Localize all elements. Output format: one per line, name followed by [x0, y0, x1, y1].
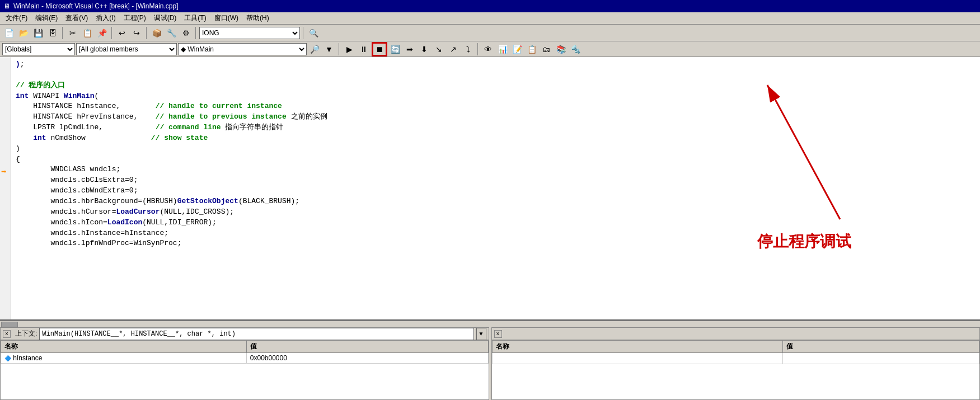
horizontal-scrollbar[interactable]	[0, 321, 980, 327]
context-dropdown[interactable]: ▼	[476, 328, 486, 340]
menu-project[interactable]: 工程(P)	[120, 12, 149, 24]
tb-btn-5[interactable]: 📦	[150, 26, 163, 40]
table-row: 🔷 hInstance 0x00b00000	[1, 353, 489, 364]
watch-button[interactable]: 📊	[496, 43, 509, 56]
callstack-button[interactable]: 📚	[554, 43, 568, 56]
watch-name-cell[interactable]	[492, 353, 782, 364]
main-area: ➡ ); // 程序的入口 int WINAPI WinMain( HINSTA…	[0, 57, 980, 400]
save-all-button[interactable]: 🗄	[46, 26, 59, 40]
menu-edit[interactable]: 编辑(E)	[32, 12, 61, 24]
right-panel: × 名称 值	[491, 327, 981, 400]
step-out[interactable]: ↗	[447, 43, 460, 56]
col-value-header: 值	[246, 341, 488, 353]
code-content[interactable]: ); // 程序的入口 int WINAPI WinMain( HINSTANC…	[11, 57, 980, 319]
menu-insert[interactable]: 插入(I)	[92, 12, 119, 24]
configuration-combo[interactable]: IONG	[199, 27, 300, 39]
pause-button[interactable]: ⏸	[357, 43, 371, 56]
toolbar1: 📄 📂 💾 🗄 ✂ 📋 📌 ↩ ↪ 📦 🔧 ⚙ IONG 🔍	[0, 25, 980, 41]
watch-empty-row	[492, 353, 979, 364]
tb-btn-7[interactable]: ⚙	[179, 26, 193, 40]
watch-value-header: 值	[782, 341, 979, 353]
var-name-cell: 🔷 hInstance	[1, 353, 247, 364]
code-editor: ➡ ); // 程序的入口 int WINAPI WinMain( HINSTA…	[0, 57, 980, 321]
show-next-stmt[interactable]: ➡	[403, 43, 416, 56]
separator3	[146, 27, 147, 39]
toolbar2: [Globals] [All global members ◆ WinMain …	[0, 41, 980, 57]
continue-button[interactable]: ▶	[343, 43, 356, 56]
find-button[interactable]: 🔍	[307, 26, 320, 40]
paste-button[interactable]: 📌	[95, 26, 109, 40]
menu-debug[interactable]: 调试(D)	[151, 12, 180, 24]
save-button[interactable]: 💾	[31, 26, 45, 40]
run-to-cursor[interactable]: ⤵	[461, 43, 475, 56]
col-name-header: 名称	[1, 341, 247, 353]
members-combo[interactable]: [All global members	[76, 43, 177, 55]
copy-button[interactable]: 📋	[81, 26, 94, 40]
menu-bar: 文件(F) 编辑(E) 查看(V) 插入(I) 工程(P) 调试(D) 工具(T…	[0, 12, 980, 25]
line-gutter: ➡	[0, 57, 11, 319]
window-title: WinMain - Microsoft Visual C++ [break] -…	[13, 2, 179, 10]
properties-button[interactable]: 🔎	[308, 43, 321, 56]
app-icon: 🖥	[3, 2, 10, 10]
step-into[interactable]: ⬇	[418, 43, 431, 56]
separator2	[111, 27, 112, 39]
step-over[interactable]: ↘	[432, 43, 446, 56]
variables-table: 名称 值 🔷 hInstance 0x00b00000	[1, 340, 489, 364]
undo-button[interactable]: ↩	[115, 26, 129, 40]
separator1	[62, 27, 63, 39]
sep-t2-1	[339, 43, 340, 55]
title-bar: 🖥 WinMain - Microsoft Visual C++ [break]…	[0, 0, 980, 12]
menu-window[interactable]: 窗口(W)	[211, 12, 242, 24]
watch-value-cell	[782, 353, 979, 364]
restart-button[interactable]: 🔄	[388, 43, 402, 56]
context-label: 上下文:	[15, 329, 37, 338]
stop-debug-button[interactable]: ⏹	[372, 42, 387, 57]
menu-tools[interactable]: 工具(T)	[181, 12, 209, 24]
menu-help[interactable]: 帮助(H)	[243, 12, 273, 24]
quickwatch-button[interactable]: 👁	[481, 43, 495, 56]
scope-combo[interactable]: [Globals]	[2, 43, 75, 55]
left-panel-close[interactable]: ×	[3, 330, 11, 338]
watch-name-header: 名称	[492, 341, 782, 353]
separator5	[303, 27, 304, 39]
separator4	[195, 27, 196, 39]
execution-arrow: ➡	[1, 166, 7, 177]
menu-file[interactable]: 文件(F)	[2, 12, 31, 24]
function-combo[interactable]: ◆ WinMain	[178, 43, 307, 55]
var-icon: 🔷	[4, 355, 11, 361]
menu-view[interactable]: 查看(V)	[62, 12, 91, 24]
locals-button[interactable]: 📝	[510, 43, 524, 56]
memory-button[interactable]: 🗂	[540, 43, 553, 56]
var-value-cell: 0x00b00000	[246, 353, 488, 364]
registers-button[interactable]: 📋	[525, 43, 538, 56]
toggle-button[interactable]: ▼	[322, 43, 336, 56]
cut-button[interactable]: ✂	[66, 26, 79, 40]
disasm-button[interactable]: 🔩	[569, 43, 582, 56]
sep-t2-2	[477, 43, 479, 55]
right-panel-close[interactable]: ×	[494, 330, 502, 338]
redo-button[interactable]: ↪	[130, 26, 143, 40]
new-file-button[interactable]: 📄	[2, 26, 16, 40]
left-panel-header: × 上下文: ▼	[1, 328, 489, 340]
tb-btn-6[interactable]: 🔧	[165, 26, 178, 40]
right-panel-header: ×	[492, 328, 980, 340]
scroll-thumb[interactable]	[1, 322, 18, 327]
bottom-panels: × 上下文: ▼ 名称 值 🔷 hInstance 0x00b00000	[0, 327, 980, 400]
open-button[interactable]: 📂	[17, 26, 30, 40]
context-input[interactable]	[39, 328, 473, 340]
watch-table: 名称 值	[492, 340, 980, 364]
left-panel: × 上下文: ▼ 名称 值 🔷 hInstance 0x00b00000	[0, 327, 489, 400]
